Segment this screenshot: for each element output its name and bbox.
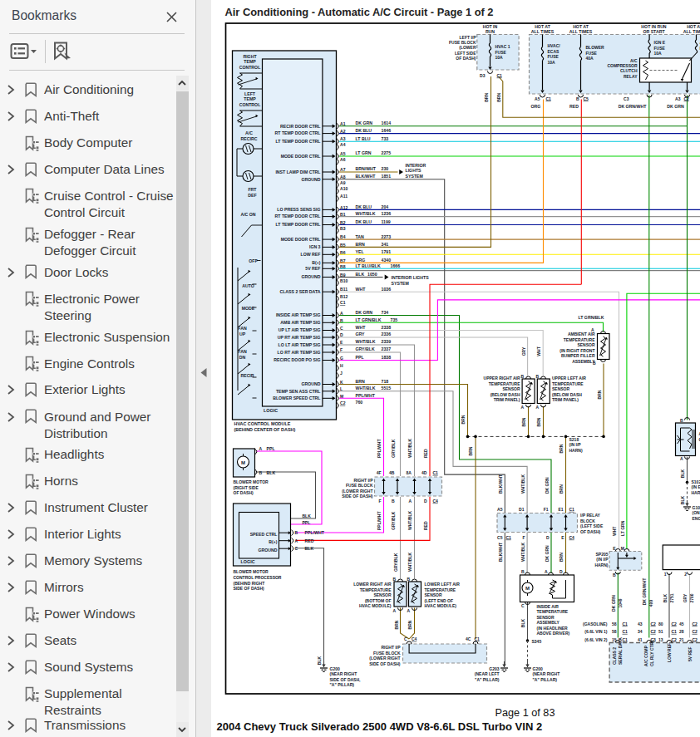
- svg-text:BLOWER SPEED CTRL: BLOWER SPEED CTRL: [273, 396, 321, 400]
- svg-text:230: 230: [381, 166, 388, 171]
- svg-text:4D: 4D: [421, 470, 427, 475]
- svg-text:J: J: [340, 371, 343, 376]
- svg-text:A4: A4: [340, 142, 346, 147]
- svg-text:C2: C2: [692, 629, 698, 634]
- svg-text:INTERIOR: INTERIOR: [405, 163, 426, 168]
- svg-text:AMBIENT AIR: AMBIENT AIR: [567, 332, 594, 337]
- svg-text:SYSTEM: SYSTEM: [405, 174, 422, 179]
- svg-text:S218: S218: [569, 437, 579, 442]
- svg-text:C4: C4: [432, 499, 438, 504]
- svg-text:LOW REF: LOW REF: [666, 643, 671, 662]
- svg-text:GRY/BLK: GRY/BLK: [390, 439, 395, 458]
- svg-text:8A: 8A: [406, 470, 412, 475]
- svg-text:HOT AT: HOT AT: [535, 24, 551, 29]
- svg-text:TEMP SEN ASS CTRL: TEMP SEN ASS CTRL: [275, 389, 320, 394]
- svg-text:B: B: [520, 374, 524, 379]
- svg-text:DEF: DEF: [248, 193, 256, 198]
- svg-text:A: A: [340, 311, 343, 316]
- svg-text:B12: B12: [340, 294, 348, 299]
- svg-text:10A: 10A: [495, 55, 503, 60]
- svg-text:SENSOR: SENSOR: [502, 386, 520, 391]
- svg-text:10A: 10A: [547, 60, 555, 65]
- svg-text:1666: 1666: [390, 263, 400, 268]
- svg-text:DK GRN/WHT: DK GRN/WHT: [618, 104, 647, 109]
- svg-text:BLOCK: BLOCK: [580, 518, 595, 523]
- svg-text:LEFT SIDE: LEFT SIDE: [454, 51, 476, 56]
- svg-text:GROUND: GROUND: [301, 381, 320, 386]
- svg-text:C5: C5: [583, 96, 589, 101]
- svg-text:BRN: BRN: [559, 484, 564, 494]
- svg-text:GRY: GRY: [683, 593, 688, 602]
- svg-text:B(+): B(+): [312, 260, 321, 265]
- svg-text:UPPER LEFT AIR: UPPER LEFT AIR: [552, 376, 586, 381]
- svg-text:C1: C1: [496, 73, 502, 78]
- svg-text:B: B: [259, 470, 262, 475]
- svg-text:341: 341: [381, 242, 388, 247]
- svg-text:CLASS 2: CLASS 2: [611, 647, 616, 665]
- svg-text:WHT/BLK: WHT/BLK: [355, 211, 375, 216]
- svg-text:YEL: YEL: [355, 249, 364, 254]
- svg-text:RED: RED: [422, 521, 427, 530]
- svg-text:58: 58: [611, 629, 616, 634]
- svg-text:D: D: [559, 569, 562, 574]
- svg-text:LO PRESS SENS SIG: LO PRESS SENS SIG: [277, 207, 320, 212]
- svg-text:2336: 2336: [381, 332, 391, 337]
- svg-text:C3: C3: [624, 96, 629, 101]
- svg-text:733: 733: [381, 136, 388, 141]
- svg-text:C: C: [294, 546, 298, 551]
- svg-text:RED: RED: [422, 449, 427, 458]
- svg-text:80: 80: [658, 622, 663, 626]
- svg-text:IGN 3: IGN 3: [308, 244, 320, 249]
- svg-text:43: 43: [637, 622, 642, 626]
- svg-text:COMPRESSOR: COMPRESSOR: [607, 63, 638, 68]
- svg-text:1791: 1791: [381, 249, 391, 254]
- svg-text:1036: 1036: [381, 287, 391, 292]
- svg-text:1838: 1838: [381, 355, 391, 360]
- svg-text:735: 735: [390, 317, 397, 322]
- svg-text:BRN: BRN: [496, 93, 501, 102]
- svg-text:(IN RIGHT FRONT: (IN RIGHT FRONT: [560, 348, 594, 353]
- svg-text:HOT IN RUN: HOT IN RUN: [641, 24, 667, 29]
- svg-text:A/C ON: A/C ON: [240, 212, 255, 217]
- svg-text:PPL/WHT: PPL/WHT: [377, 440, 382, 459]
- svg-text:M: M: [620, 546, 624, 551]
- svg-text:WHT/BLK: WHT/BLK: [355, 339, 375, 344]
- svg-text:A8: A8: [340, 174, 346, 179]
- svg-text:C1: C1: [505, 535, 511, 540]
- svg-text:SENSOR: SENSOR: [373, 592, 392, 597]
- svg-text:4340: 4340: [381, 258, 391, 263]
- svg-text:BRN: BRN: [559, 444, 564, 453]
- svg-text:A: A: [679, 456, 683, 461]
- svg-text:TEMP: TEMP: [244, 96, 256, 101]
- svg-text:F: F: [378, 499, 381, 504]
- svg-text:FAN: FAN: [238, 349, 247, 354]
- svg-text:I/P RELAY: I/P RELAY: [580, 513, 601, 518]
- svg-text:E1: E1: [558, 507, 563, 512]
- svg-text:B11: B11: [340, 287, 348, 292]
- svg-text:SPEED CTRL: SPEED CTRL: [249, 532, 278, 537]
- svg-text:IGN E: IGN E: [653, 40, 665, 45]
- svg-text:SIDE OF DASH): SIDE OF DASH): [342, 494, 373, 499]
- svg-text:2751: 2751: [668, 593, 673, 602]
- svg-text:21: 21: [678, 637, 683, 642]
- svg-text:D3: D3: [480, 73, 486, 78]
- svg-text:TEMP: TEMP: [244, 59, 256, 64]
- svg-text:GRY/BLK: GRY/BLK: [390, 511, 395, 530]
- svg-text:RED: RED: [304, 538, 313, 543]
- svg-text:C2: C2: [340, 400, 346, 405]
- svg-text:2339: 2339: [381, 339, 391, 344]
- svg-text:TEMPERATURE: TEMPERATURE: [563, 337, 594, 342]
- svg-text:SIDE OF DASH): SIDE OF DASH): [369, 661, 401, 666]
- svg-text:UP RT AIR TEMP SIG: UP RT AIR TEMP SIG: [277, 335, 320, 340]
- svg-text:B: B: [407, 577, 410, 582]
- svg-text:HARN): HARN): [569, 448, 582, 453]
- svg-text:SP205: SP205: [595, 552, 608, 557]
- svg-text:A: A: [408, 499, 412, 504]
- svg-text:UP LT AIR TEMP SIG: UP LT AIR TEMP SIG: [278, 327, 320, 332]
- svg-text:G200: G200: [532, 666, 542, 671]
- svg-text:(NEAR RIGHT: (NEAR RIGHT: [329, 671, 357, 676]
- svg-text:B8: B8: [340, 264, 346, 269]
- svg-text:A11: A11: [340, 194, 348, 199]
- svg-text:WHT: WHT: [611, 527, 616, 536]
- svg-text:TEMPERATURE: TEMPERATURE: [552, 381, 584, 386]
